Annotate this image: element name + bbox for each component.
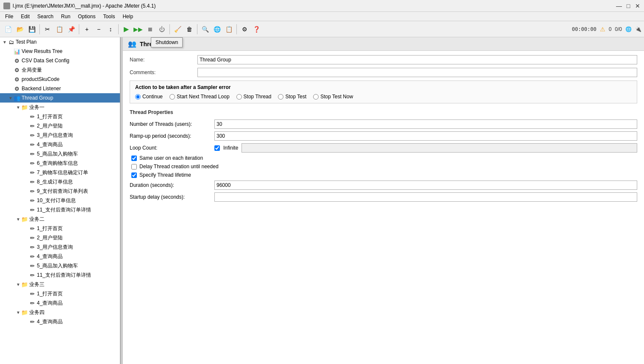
- close-button[interactable]: ✕: [635, 3, 641, 9]
- expand-biz1[interactable]: ▼: [15, 105, 21, 110]
- tree-node-test-plan[interactable]: ▼ 🗂 Test Plan: [0, 37, 120, 47]
- template-button[interactable]: 📋: [223, 24, 234, 35]
- tree-node-biz3-1[interactable]: ✏ 1_打开首页: [0, 289, 120, 298]
- tree-node-biz1-11[interactable]: ✏ 11_支付后查询订单详情: [0, 205, 120, 214]
- menu-file[interactable]: File: [2, 13, 17, 20]
- ramp-up-input[interactable]: [214, 131, 637, 141]
- radio-start-next-input[interactable]: [169, 94, 175, 100]
- expand-button[interactable]: +: [81, 24, 92, 35]
- menu-search[interactable]: Search: [34, 13, 57, 20]
- tree-node-biz2-1[interactable]: ✏ 1_打开首页: [0, 224, 120, 233]
- tree-node-biz2-11[interactable]: ✏ 11_支付后查询订单详情: [0, 270, 120, 280]
- tree-node-biz2-3[interactable]: ✏ 3_用户信息查询: [0, 242, 120, 252]
- shutdown-tooltip[interactable]: Shutdown: [151, 37, 183, 47]
- radio-stop-test-now-input[interactable]: [313, 94, 319, 100]
- menu-help[interactable]: Help: [119, 13, 136, 20]
- clear-all-button[interactable]: 🗑: [184, 24, 195, 35]
- same-user-checkbox[interactable]: [131, 156, 137, 161]
- thread-props-section: Thread Properties Number of Threads (use…: [130, 108, 637, 202]
- tree-node-biz1-4[interactable]: ✏ 4_查询商品: [0, 140, 120, 149]
- radio-continue-input[interactable]: [135, 94, 141, 100]
- loop-infinite-checkbox[interactable]: [214, 145, 220, 151]
- expand-biz4[interactable]: ▼: [15, 310, 21, 315]
- help-button[interactable]: ❓: [251, 24, 262, 35]
- copy-button[interactable]: 📋: [54, 24, 65, 35]
- name-input[interactable]: [197, 55, 637, 64]
- menu-options[interactable]: Options: [75, 13, 99, 20]
- tree-node-biz3-4[interactable]: ✏ 4_查询商品: [0, 298, 120, 308]
- tree-node-biz4-4[interactable]: ✏ 4_查询商品: [0, 317, 120, 326]
- biz2-1-icon: ✏: [29, 225, 36, 232]
- tree-node-biz2-2[interactable]: ✏ 2_用户登陆: [0, 233, 120, 242]
- radio-stop-test[interactable]: Stop Test: [278, 94, 306, 100]
- play-button[interactable]: ▶: [121, 24, 132, 35]
- tree-node-product-sku[interactable]: ⚙ productSkuCode: [0, 75, 120, 84]
- new-button[interactable]: 📄: [3, 24, 14, 35]
- collapse-button[interactable]: −: [93, 24, 104, 35]
- search-button[interactable]: 🔍: [200, 24, 211, 35]
- radio-stop-thread-input[interactable]: [236, 94, 242, 100]
- tree-node-biz1-7[interactable]: ✏ 7_购物车信息确定订单: [0, 168, 120, 177]
- toggle-button[interactable]: ↕: [105, 24, 116, 35]
- menu-run[interactable]: Run: [58, 13, 74, 20]
- num-threads-input[interactable]: [214, 119, 637, 129]
- tree-node-biz1-6[interactable]: ✏ 6_查询购物车信息: [0, 158, 120, 168]
- delay-thread-checkbox[interactable]: [131, 164, 137, 169]
- biz4-icon: 📁: [21, 309, 28, 316]
- radio-stop-thread-label: Stop Thread: [244, 94, 272, 100]
- panel-header: 👥 Thread Group: [123, 37, 644, 51]
- menu-tools[interactable]: Tools: [100, 13, 118, 20]
- stop-button[interactable]: ⏹: [144, 24, 155, 35]
- loop-count-input[interactable]: [242, 143, 637, 153]
- expand-thread-group[interactable]: ▼: [8, 96, 14, 100]
- tree-node-global-var[interactable]: ⚙ 全局变量: [0, 65, 120, 75]
- tree-node-biz1-1[interactable]: ✏ 1_打开首页: [0, 112, 120, 121]
- radio-continue[interactable]: Continue: [135, 94, 163, 100]
- startup-delay-input[interactable]: [214, 192, 637, 202]
- radio-stop-test-now[interactable]: Stop Test Now: [313, 94, 353, 100]
- remote-button[interactable]: 🌐: [211, 24, 222, 35]
- maximize-button[interactable]: □: [625, 3, 631, 9]
- tree-node-backend[interactable]: ⚙ Backend Listener: [0, 84, 120, 93]
- tree-node-biz4[interactable]: ▼ 📁 业务四: [0, 308, 120, 317]
- comments-input[interactable]: [197, 68, 637, 77]
- save-button[interactable]: 💾: [26, 24, 37, 35]
- tree-node-biz1-2[interactable]: ✏ 2_用户登陆: [0, 121, 120, 131]
- minimize-button[interactable]: —: [616, 3, 622, 9]
- cut-button[interactable]: ✂: [42, 24, 53, 35]
- biz3-icon: 📁: [21, 281, 28, 288]
- shutdown-button[interactable]: ⏻: [156, 24, 167, 35]
- tree-node-biz3[interactable]: ▼ 📁 业务三: [0, 280, 120, 289]
- options-button[interactable]: ⚙: [239, 24, 250, 35]
- play-no-pause-button[interactable]: ▶▶: [133, 24, 144, 35]
- tree-node-biz1-10[interactable]: ✏ 10_支付订单信息: [0, 196, 120, 205]
- thread-counts: 0/0: [615, 26, 622, 32]
- expand-biz2[interactable]: ▼: [15, 217, 21, 222]
- expand-test-plan[interactable]: ▼: [2, 40, 8, 44]
- paste-button[interactable]: 📌: [66, 24, 77, 35]
- menu-edit[interactable]: Edit: [17, 13, 33, 20]
- radio-stop-test-input[interactable]: [278, 94, 283, 100]
- tree-node-biz1-8[interactable]: ✏ 8_生成订单信息: [0, 177, 120, 186]
- clear-button[interactable]: 🧹: [172, 24, 183, 35]
- tree-node-thread-group[interactable]: ▼ 👥 Thread Group: [0, 93, 120, 103]
- radio-start-next[interactable]: Start Next Thread Loop: [169, 94, 230, 100]
- tree-node-biz1-5[interactable]: ✏ 5_商品加入购物车: [0, 149, 120, 158]
- loop-count-row: Loop Count: Infinite: [130, 143, 637, 153]
- tree-node-csv-data[interactable]: ⚙ CSV Data Set Config: [0, 56, 120, 65]
- panel-body: Name: Comments: Action to be taken after…: [123, 51, 644, 364]
- tree-node-biz1-9[interactable]: ✏ 9_支付前查询订单列表: [0, 186, 120, 196]
- duration-input[interactable]: [214, 181, 637, 190]
- expand-biz3[interactable]: ▼: [15, 282, 21, 287]
- specify-lifetime-checkbox[interactable]: [131, 172, 137, 178]
- tree-node-biz2-5[interactable]: ✏ 5_商品加入购物车: [0, 261, 120, 270]
- radio-stop-thread[interactable]: Stop Thread: [236, 94, 272, 100]
- tree-node-biz2[interactable]: ▼ 📁 业务二: [0, 214, 120, 224]
- tree-node-biz1[interactable]: ▼ 📁 业务一: [0, 103, 120, 112]
- csv-icon: ⚙: [14, 58, 20, 64]
- tree-node-view-results[interactable]: 📊 View Results Tree: [0, 47, 120, 56]
- biz1-10-icon: ✏: [29, 197, 36, 204]
- tree-node-biz1-3[interactable]: ✏ 3_用户信息查询: [0, 131, 120, 140]
- open-button[interactable]: 📂: [14, 24, 25, 35]
- tree-node-biz2-4[interactable]: ✏ 4_查询商品: [0, 252, 120, 261]
